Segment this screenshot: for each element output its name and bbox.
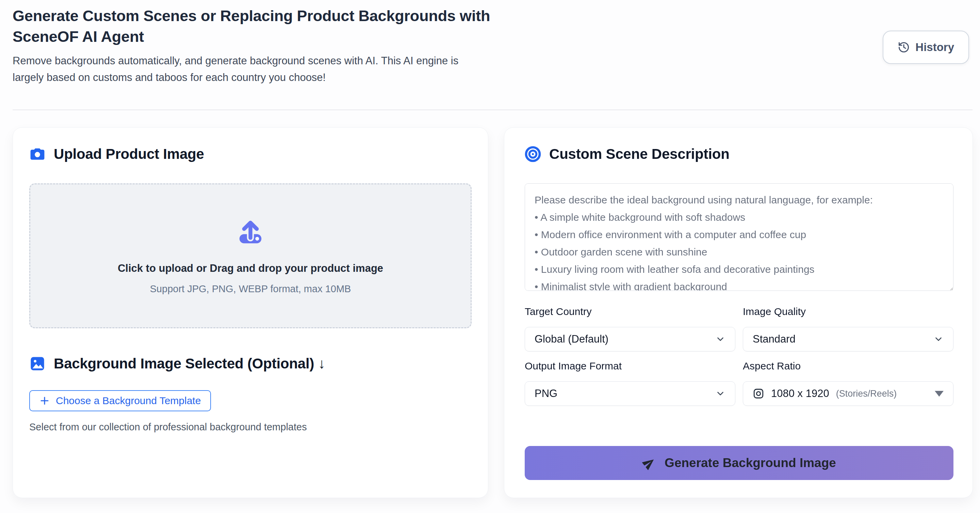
chevron-down-icon bbox=[715, 389, 725, 399]
target-country-value: Global (Default) bbox=[535, 333, 608, 345]
choose-template-button[interactable]: Choose a Background Template bbox=[29, 390, 211, 411]
dropzone-main-text: Click to upload or Drag and drop your pr… bbox=[118, 262, 383, 275]
chevron-down-icon bbox=[715, 334, 725, 344]
image-icon bbox=[29, 356, 46, 372]
generate-button-label: Generate Background Image bbox=[665, 456, 836, 470]
scene-description-input[interactable] bbox=[525, 183, 953, 291]
header-text: Generate Custom Scenes or Replacing Prod… bbox=[13, 5, 513, 86]
image-quality-select[interactable]: Standard bbox=[743, 327, 953, 351]
aspect-ratio-field: Aspect Ratio 1080 x 1920 (S bbox=[743, 360, 953, 406]
send-icon bbox=[642, 456, 656, 470]
output-format-field: Output Image Format PNG bbox=[525, 360, 735, 406]
aspect-ratio-value: 1080 x 1920 bbox=[771, 388, 829, 400]
background-section-title: Background Image Selected (Optional) ↓ bbox=[54, 356, 325, 372]
target-country-field: Target Country Global (Default) bbox=[525, 306, 735, 351]
page-subtitle: Remove backgrounds automatically, and ge… bbox=[13, 52, 492, 86]
scene-card: Custom Scene Description Target Country … bbox=[504, 127, 973, 498]
main-cards: Upload Product Image Click to upload or … bbox=[13, 127, 972, 498]
output-format-select[interactable]: PNG bbox=[525, 381, 735, 406]
aspect-ratio-value-group: 1080 x 1920 (Stories/Reels) bbox=[753, 388, 897, 400]
upload-dropzone[interactable]: Click to upload or Drag and drop your pr… bbox=[29, 183, 472, 328]
history-button-label: History bbox=[915, 41, 954, 54]
plus-icon bbox=[40, 395, 50, 406]
upload-card-title: Upload Product Image bbox=[54, 146, 204, 162]
header-divider bbox=[13, 110, 972, 110]
choose-template-label: Choose a Background Template bbox=[56, 395, 201, 407]
history-icon bbox=[898, 41, 910, 53]
aspect-ratio-label: Aspect Ratio bbox=[743, 360, 953, 372]
instagram-icon bbox=[753, 388, 764, 399]
output-format-label: Output Image Format bbox=[525, 360, 735, 372]
scene-card-title: Custom Scene Description bbox=[549, 146, 730, 162]
caret-down-icon bbox=[935, 391, 943, 397]
background-section-header: Background Image Selected (Optional) ↓ bbox=[29, 356, 472, 372]
target-country-label: Target Country bbox=[525, 306, 735, 318]
output-format-value: PNG bbox=[535, 388, 557, 400]
target-country-select[interactable]: Global (Default) bbox=[525, 327, 735, 351]
target-icon bbox=[525, 146, 541, 162]
scene-card-header: Custom Scene Description bbox=[525, 146, 953, 162]
aspect-ratio-select[interactable]: 1080 x 1920 (Stories/Reels) bbox=[743, 381, 953, 406]
option-fields: Target Country Global (Default) Image Qu… bbox=[525, 306, 953, 406]
page-title: Generate Custom Scenes or Replacing Prod… bbox=[13, 5, 513, 47]
generate-background-button[interactable]: Generate Background Image bbox=[525, 446, 953, 480]
page-header: Generate Custom Scenes or Replacing Prod… bbox=[13, 5, 972, 86]
chevron-down-icon bbox=[933, 334, 943, 344]
image-quality-label: Image Quality bbox=[743, 306, 953, 318]
upload-card: Upload Product Image Click to upload or … bbox=[13, 127, 488, 498]
image-quality-value: Standard bbox=[753, 333, 795, 345]
history-button[interactable]: History bbox=[883, 31, 969, 64]
upload-card-header: Upload Product Image bbox=[29, 146, 472, 162]
aspect-ratio-hint: (Stories/Reels) bbox=[836, 389, 897, 399]
image-quality-field: Image Quality Standard bbox=[743, 306, 953, 351]
dropzone-sub-text: Support JPG, PNG, WEBP format, max 10MB bbox=[150, 283, 351, 295]
camera-icon bbox=[29, 146, 46, 162]
page: Generate Custom Scenes or Replacing Prod… bbox=[0, 0, 980, 498]
upload-icon bbox=[235, 218, 266, 247]
template-caption: Select from our collection of profession… bbox=[29, 421, 472, 433]
